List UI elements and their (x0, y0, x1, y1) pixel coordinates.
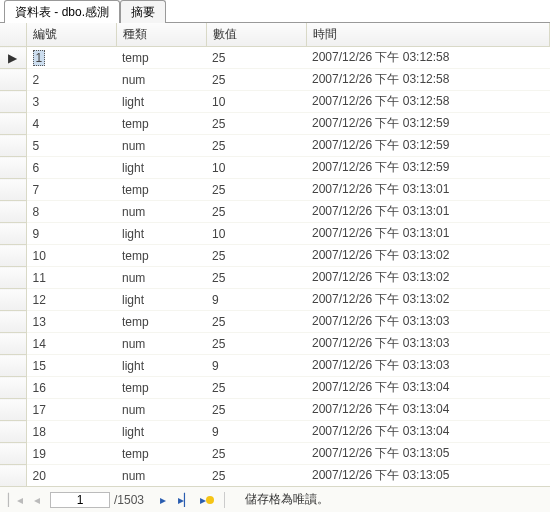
cell-time[interactable]: 2007/12/26 下午 03:13:02 (306, 267, 550, 289)
row-selector[interactable] (0, 399, 26, 421)
nav-prev-icon[interactable]: ◂ (28, 491, 46, 509)
nav-current-input[interactable] (50, 492, 110, 508)
cell-time[interactable]: 2007/12/26 下午 03:13:05 (306, 465, 550, 487)
col-header-kind[interactable]: 種類 (116, 23, 206, 47)
cell-id[interactable]: 8 (26, 201, 116, 223)
cell-value[interactable]: 25 (206, 443, 306, 465)
cell-id[interactable]: 3 (26, 91, 116, 113)
cell-time[interactable]: 2007/12/26 下午 03:13:01 (306, 201, 550, 223)
cell-value[interactable]: 25 (206, 47, 306, 69)
nav-new-icon[interactable]: ▸ (198, 491, 216, 509)
row-selector-header[interactable] (0, 23, 26, 47)
table-row[interactable]: 2num252007/12/26 下午 03:12:58 (0, 69, 550, 91)
cell-value[interactable]: 9 (206, 289, 306, 311)
row-selector[interactable] (0, 289, 26, 311)
row-selector[interactable] (0, 157, 26, 179)
cell-id[interactable]: 9 (26, 223, 116, 245)
tab-datatable[interactable]: 資料表 - dbo.感測 (4, 0, 120, 23)
cell-value[interactable]: 9 (206, 421, 306, 443)
table-row[interactable]: 5num252007/12/26 下午 03:12:59 (0, 135, 550, 157)
cell-kind[interactable]: light (116, 355, 206, 377)
cell-id[interactable]: 13 (26, 311, 116, 333)
cell-time[interactable]: 2007/12/26 下午 03:12:59 (306, 135, 550, 157)
cell-kind[interactable]: temp (116, 311, 206, 333)
cell-id[interactable]: 7 (26, 179, 116, 201)
cell-kind[interactable]: temp (116, 113, 206, 135)
cell-time[interactable]: 2007/12/26 下午 03:12:58 (306, 91, 550, 113)
table-row[interactable]: 8num252007/12/26 下午 03:13:01 (0, 201, 550, 223)
col-header-value[interactable]: 數值 (206, 23, 306, 47)
table-row[interactable]: 12light92007/12/26 下午 03:13:02 (0, 289, 550, 311)
cell-kind[interactable]: temp (116, 47, 206, 69)
cell-id[interactable]: 18 (26, 421, 116, 443)
row-selector[interactable] (0, 355, 26, 377)
row-selector[interactable] (0, 421, 26, 443)
nav-first-icon[interactable]: ▏◂ (6, 491, 24, 509)
cell-kind[interactable]: light (116, 157, 206, 179)
nav-last-icon[interactable]: ▸▏ (176, 491, 194, 509)
cell-time[interactable]: 2007/12/26 下午 03:13:05 (306, 443, 550, 465)
row-selector[interactable] (0, 245, 26, 267)
table-row[interactable]: 9light102007/12/26 下午 03:13:01 (0, 223, 550, 245)
cell-kind[interactable]: num (116, 135, 206, 157)
table-row[interactable]: 16temp252007/12/26 下午 03:13:04 (0, 377, 550, 399)
row-selector[interactable] (0, 267, 26, 289)
cell-time[interactable]: 2007/12/26 下午 03:13:04 (306, 421, 550, 443)
cell-time[interactable]: 2007/12/26 下午 03:12:59 (306, 113, 550, 135)
cell-kind[interactable]: temp (116, 377, 206, 399)
cell-value[interactable]: 10 (206, 91, 306, 113)
cell-id[interactable]: 5 (26, 135, 116, 157)
cell-kind[interactable]: light (116, 91, 206, 113)
cell-kind[interactable]: temp (116, 179, 206, 201)
cell-kind[interactable]: num (116, 201, 206, 223)
row-selector[interactable] (0, 201, 26, 223)
cell-time[interactable]: 2007/12/26 下午 03:13:04 (306, 399, 550, 421)
row-selector[interactable] (0, 135, 26, 157)
cell-id[interactable]: 20 (26, 465, 116, 487)
cell-value[interactable]: 9 (206, 355, 306, 377)
cell-id[interactable]: 2 (26, 69, 116, 91)
row-selector[interactable] (0, 113, 26, 135)
cell-kind[interactable]: num (116, 333, 206, 355)
cell-value[interactable]: 25 (206, 201, 306, 223)
cell-value[interactable]: 25 (206, 135, 306, 157)
cell-id[interactable]: 17 (26, 399, 116, 421)
cell-time[interactable]: 2007/12/26 下午 03:13:03 (306, 355, 550, 377)
cell-value[interactable]: 10 (206, 223, 306, 245)
cell-kind[interactable]: light (116, 223, 206, 245)
cell-time[interactable]: 2007/12/26 下午 03:12:59 (306, 157, 550, 179)
row-selector[interactable] (0, 91, 26, 113)
cell-value[interactable]: 25 (206, 399, 306, 421)
row-selector[interactable] (0, 179, 26, 201)
cell-time[interactable]: 2007/12/26 下午 03:13:03 (306, 333, 550, 355)
cell-id[interactable]: 16 (26, 377, 116, 399)
tab-summary[interactable]: 摘要 (120, 0, 166, 23)
cell-value[interactable]: 25 (206, 245, 306, 267)
table-row[interactable]: 11num252007/12/26 下午 03:13:02 (0, 267, 550, 289)
table-row[interactable]: 7temp252007/12/26 下午 03:13:01 (0, 179, 550, 201)
cell-kind[interactable]: light (116, 421, 206, 443)
cell-time[interactable]: 2007/12/26 下午 03:12:58 (306, 69, 550, 91)
cell-value[interactable]: 10 (206, 157, 306, 179)
row-selector[interactable] (0, 377, 26, 399)
cell-value[interactable]: 25 (206, 311, 306, 333)
col-header-id[interactable]: 編號 (26, 23, 116, 47)
cell-kind[interactable]: light (116, 289, 206, 311)
row-selector[interactable] (0, 69, 26, 91)
table-row[interactable]: 15light92007/12/26 下午 03:13:03 (0, 355, 550, 377)
table-row[interactable]: 17num252007/12/26 下午 03:13:04 (0, 399, 550, 421)
table-row[interactable]: 20num252007/12/26 下午 03:13:05 (0, 465, 550, 487)
cell-time[interactable]: 2007/12/26 下午 03:13:02 (306, 289, 550, 311)
cell-kind[interactable]: temp (116, 443, 206, 465)
table-row[interactable]: 10temp252007/12/26 下午 03:13:02 (0, 245, 550, 267)
cell-id[interactable]: 11 (26, 267, 116, 289)
cell-kind[interactable]: num (116, 69, 206, 91)
cell-time[interactable]: 2007/12/26 下午 03:13:02 (306, 245, 550, 267)
cell-value[interactable]: 25 (206, 267, 306, 289)
table-row[interactable]: 13temp252007/12/26 下午 03:13:03 (0, 311, 550, 333)
cell-value[interactable]: 25 (206, 465, 306, 487)
cell-value[interactable]: 25 (206, 113, 306, 135)
table-row[interactable]: ▶1temp252007/12/26 下午 03:12:58 (0, 47, 550, 69)
table-row[interactable]: 14num252007/12/26 下午 03:13:03 (0, 333, 550, 355)
cell-id[interactable]: 15 (26, 355, 116, 377)
